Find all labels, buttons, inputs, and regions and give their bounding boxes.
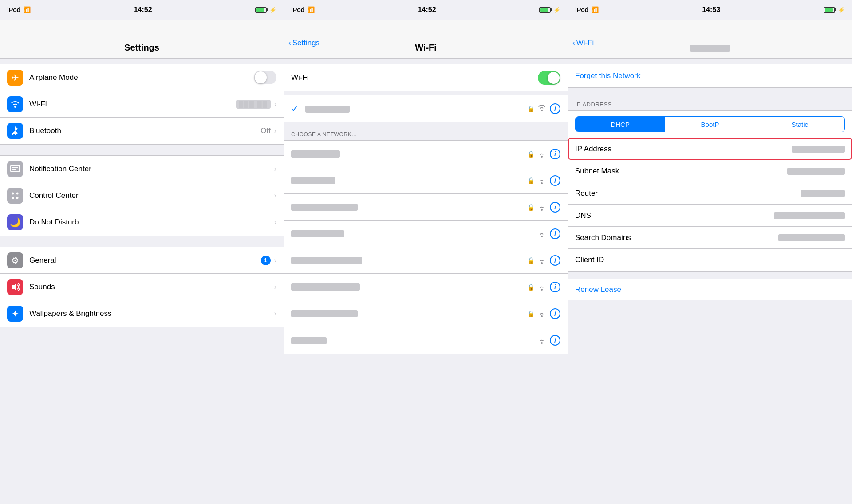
search-domains-row[interactable]: Search Domains [568, 227, 852, 249]
search-domains-label: Search Domains [575, 233, 778, 242]
lock-icon-1: 🔒 [527, 177, 535, 184]
svg-point-5 [12, 197, 14, 199]
info-icon-7[interactable]: i [550, 335, 560, 346]
control-center-label: Control Center [29, 191, 274, 200]
spacer-5 [284, 91, 568, 95]
wifi-icon-0 [537, 150, 546, 158]
connected-network-name [305, 104, 527, 113]
tab-static[interactable]: Static [755, 117, 844, 132]
dnd-icon: 🌙 [7, 214, 23, 230]
spacer-8 [568, 88, 852, 95]
ip-address-value [792, 146, 845, 153]
charge-icon-3: ⚡ [838, 7, 845, 13]
info-icon-3[interactable]: i [550, 228, 560, 239]
network-row-5[interactable]: 🔒 i [284, 274, 568, 300]
group-personalization: ⚙ General 1 › Sounds › ✦ Wallpapers & Br… [0, 247, 284, 327]
svg-marker-7 [12, 283, 16, 291]
wifi-icon-row [7, 96, 23, 112]
info-icon-4[interactable]: i [550, 255, 560, 266]
wallpapers-icon: ✦ [7, 306, 23, 322]
carrier-2: iPod 📶 [291, 6, 315, 13]
connected-ssid-blur [305, 106, 350, 113]
time-2: 14:52 [418, 6, 436, 14]
row-wallpapers[interactable]: ✦ Wallpapers & Brightness › [0, 300, 284, 327]
group-system: Notification Center › Control Center › 🌙… [0, 155, 284, 236]
charge-icon-1: ⚡ [269, 7, 276, 13]
info-icon-2[interactable]: i [550, 202, 560, 213]
connected-icons: 🔒 [527, 104, 546, 114]
info-icon-connected[interactable]: i [550, 103, 560, 114]
general-badge: 1 [261, 256, 271, 265]
tab-bootp[interactable]: BootP [665, 117, 755, 132]
network-blur-1 [291, 177, 335, 184]
panel-wifi-detail: iPod 📶 14:53 ⚡ ‹ Wi-Fi Forget this Netwo… [568, 0, 852, 504]
ip-segment-control[interactable]: DHCP BootP Static [575, 116, 845, 132]
client-id-row[interactable]: Client ID [568, 249, 852, 271]
panel-wifi: iPod 📶 14:52 ⚡ ‹ Settings Wi-Fi Wi-Fi [284, 0, 568, 504]
network-name-3 [291, 229, 537, 238]
wifi-icon-2 [537, 204, 546, 211]
row-control-center[interactable]: Control Center › [0, 182, 284, 209]
network-name-0 [291, 150, 527, 158]
network-row-7[interactable]: i [284, 327, 568, 354]
wifi-icon-6 [537, 310, 546, 317]
sounds-icon [7, 279, 23, 295]
network-row-1[interactable]: 🔒 i [284, 167, 568, 194]
row-notification[interactable]: Notification Center › [0, 156, 284, 182]
ip-address-label: IP Address [575, 145, 792, 154]
row-bluetooth[interactable]: Bluetooth Off › [0, 118, 284, 144]
row-wifi[interactable]: Wi-Fi ███.██ › [0, 91, 284, 118]
info-icon-6[interactable]: i [550, 308, 560, 319]
spacer-4 [284, 59, 568, 64]
back-button-wifi[interactable]: ‹ Settings [288, 39, 320, 53]
dns-row[interactable]: DNS [568, 205, 852, 227]
bluetooth-value: Off [260, 126, 270, 135]
ip-address-row[interactable]: IP Address [568, 138, 852, 160]
wifi-icon-3b: 📶 [591, 6, 599, 13]
router-label: Router [575, 189, 801, 198]
back-chevron-2: ‹ [288, 39, 291, 47]
row-general[interactable]: ⚙ General 1 › [0, 247, 284, 274]
dns-value [774, 212, 845, 219]
network-row-0[interactable]: 🔒 i [284, 141, 568, 167]
network-row-2[interactable]: 🔒 i [284, 194, 568, 220]
wifi-toggle-group: Wi-Fi [284, 64, 568, 91]
wifi-toggle-switch[interactable] [538, 71, 560, 85]
info-icon-0[interactable]: i [550, 149, 560, 159]
row-dnd[interactable]: 🌙 Do Not Disturb › [0, 209, 284, 236]
subnet-mask-row[interactable]: Subnet Mask [568, 160, 852, 182]
svg-rect-0 [11, 165, 20, 172]
forget-network-button[interactable]: Forget this Network [568, 64, 852, 88]
charge-icon-2: ⚡ [553, 7, 560, 13]
battery-area-2: ⚡ [539, 7, 560, 13]
battery-icon-2 [539, 7, 551, 13]
general-chevron: › [274, 256, 276, 264]
svg-point-4 [16, 192, 19, 194]
status-bar-2: iPod 📶 14:52 ⚡ [284, 0, 568, 20]
connected-network-row[interactable]: ✓ 🔒 i [284, 95, 568, 122]
back-button-detail[interactable]: ‹ Wi-Fi [572, 39, 594, 53]
subnet-mask-value [787, 168, 845, 175]
wifi-toggle-row[interactable]: Wi-Fi [284, 64, 568, 91]
router-row[interactable]: Router [568, 182, 852, 205]
renew-lease-button[interactable]: Renew Lease [568, 279, 852, 300]
network-row-6[interactable]: 🔒 i [284, 300, 568, 327]
network-name-4 [291, 256, 527, 265]
row-airplane[interactable]: ✈ Airplane Mode [0, 64, 284, 91]
wallpapers-label: Wallpapers & Brightness [29, 309, 274, 318]
lock-icon-6: 🔒 [527, 310, 535, 317]
group-connectivity: ✈ Airplane Mode Wi-Fi ███.██ › [0, 64, 284, 145]
row-sounds[interactable]: Sounds › [0, 274, 284, 300]
network-blur-4 [291, 257, 362, 264]
back-label-3: Wi-Fi [576, 39, 594, 47]
airplane-toggle[interactable] [254, 71, 276, 84]
network-row-4[interactable]: 🔒 i [284, 247, 568, 274]
info-icon-5[interactable]: i [550, 282, 560, 292]
tab-dhcp[interactable]: DHCP [576, 117, 665, 132]
wifi-toggle-label: Wi-Fi [291, 73, 538, 82]
info-icon-1[interactable]: i [550, 175, 560, 186]
page-title-1: Settings [124, 43, 159, 53]
network-row-3[interactable]: i [284, 220, 568, 247]
bluetooth-chevron: › [274, 127, 276, 135]
control-center-chevron: › [274, 192, 276, 200]
